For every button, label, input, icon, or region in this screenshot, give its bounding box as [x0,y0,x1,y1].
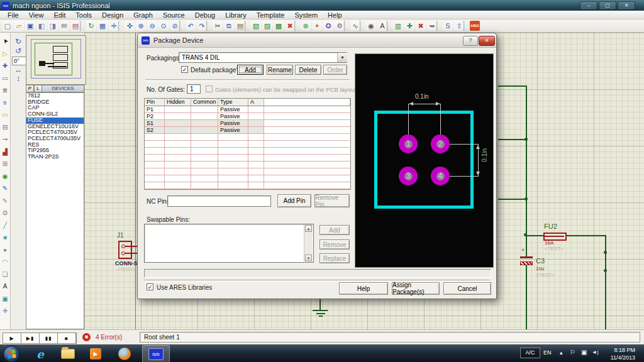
volume-icon[interactable]: ◄) [592,349,599,355]
pin-table-row[interactable] [145,175,350,182]
goto-sheet-icon[interactable]: ➥ [427,21,437,31]
action-center-icon[interactable]: ⚐ [570,349,575,356]
dialog-help-button[interactable]: ? [463,36,478,46]
pause-button[interactable]: ▮▮ [40,333,58,343]
play-button[interactable]: ▶ [3,333,21,343]
menu-item[interactable]: Design [97,11,128,19]
pick-parts-icon[interactable]: ⊕ [301,21,311,31]
add-pin-button[interactable]: Add Pin [277,194,311,207]
voltage-probe-tool-icon[interactable]: ✎ [1,184,10,193]
virtual-instruments-tool-icon[interactable]: ⊙ [1,208,10,217]
pin-table-row[interactable] [145,162,350,168]
step-button[interactable]: ▶▮ [21,333,40,343]
remove-pin-button[interactable]: Remove Pin [314,194,350,207]
pin-table-row[interactable] [145,141,350,148]
network-icon[interactable]: ▣ [581,349,587,356]
2d-text-tool-icon[interactable]: A [1,282,10,291]
menu-item[interactable]: Tools [70,11,97,19]
pin-table-row[interactable]: S1 Passive [145,120,350,127]
device-list-item[interactable]: TRAN-2P2S [26,154,84,160]
design-explorer-icon[interactable]: ▥ [393,21,403,31]
property-assignment-icon[interactable]: A [377,21,387,31]
block-move-icon[interactable]: ▨ [262,21,272,31]
paste-icon[interactable]: ▤ [235,21,245,31]
2d-path-tool-icon[interactable]: ❏ [1,270,10,279]
scroll-up-icon[interactable]: ▲ [305,225,312,232]
capacitor-c3[interactable] [520,256,533,258]
capacitor-c3-plate[interactable] [520,261,533,265]
origin-icon[interactable]: ✛ [109,21,119,31]
use-ares-checkbox[interactable]: ✓ [147,283,153,290]
swap-remove-button[interactable]: Remove [319,239,350,250]
taskbar-media-player-button[interactable]: ▶ [83,345,108,362]
tape-recorder-tool-icon[interactable]: ⊞ [1,159,10,168]
dialog-titlebar[interactable]: isis Package Device [138,33,496,48]
new-file-icon[interactable]: ▢ [3,21,13,31]
zoom-out-icon[interactable]: ⊖ [147,21,157,31]
language-box[interactable]: A/C [520,348,540,358]
help-button[interactable]: Help [339,282,388,295]
toolbar-separator[interactable]: ▏ [208,21,211,31]
textarea-scrollbar[interactable]: ▲ ▼ [304,225,313,261]
default-package-checkbox[interactable]: ✓ [181,66,188,73]
rotate-clockwise-icon[interactable]: ↻ [13,38,23,46]
add-package-button[interactable]: Add [237,65,264,75]
dialog-close-button[interactable]: ✕ [479,36,495,46]
packaging-tool-icon[interactable]: ✪ [323,21,333,31]
packagings-combobox[interactable]: TRANS 4 DIL [179,52,347,63]
zoom-area-icon[interactable]: ⊙ [158,21,169,31]
menu-item[interactable]: View [24,11,49,19]
wire-label-tool-icon[interactable]: ▭ [1,74,10,83]
toolbar-separator[interactable]: ▏ [465,21,469,31]
swap-add-button[interactable]: Add [319,225,350,235]
menu-item[interactable]: Source [158,11,190,19]
tray-clock[interactable]: 8:18 PM 11/4/2013 [602,346,635,361]
generator-tool-icon[interactable]: ◉ [1,172,10,181]
toolbar-separator[interactable]: ▏ [438,21,441,31]
device-pin-tool-icon[interactable]: ⊸ [1,134,10,144]
cut-icon[interactable]: ✂ [213,21,223,31]
taskbar-explorer-button[interactable] [55,345,80,362]
toolbar-separator[interactable]: ▏ [181,21,184,31]
terminal-tool-icon[interactable]: ⊟ [1,123,10,132]
export-section-icon[interactable]: ◨ [48,21,58,31]
pin-table-row[interactable]: P1 Passive [145,106,350,113]
search-tag-icon[interactable]: ◉ [366,21,376,31]
2d-circle-tool-icon[interactable]: ● [1,245,10,255]
2d-arc-tool-icon[interactable]: ◠ [1,257,10,266]
maximize-button[interactable]: ▢ [599,1,616,10]
ares-icon[interactable]: ARES [470,21,480,31]
tray-chevron-icon[interactable]: ▴ [560,349,563,356]
2d-box-tool-icon[interactable]: ■ [1,233,10,242]
pin-table-row[interactable] [145,168,350,175]
block-copy-icon[interactable]: ▧ [251,21,261,31]
taskbar-firefox-button[interactable] [112,345,137,362]
open-folder-icon[interactable]: ▱ [14,21,24,31]
print-icon[interactable]: ✉ [59,21,69,31]
junction-dot-tool-icon[interactable]: ✚ [1,61,10,70]
toolbar-separator[interactable]: ▏ [346,21,349,31]
mirror-vertical-icon[interactable]: ↕ [13,75,23,83]
nc-pins-input[interactable] [167,195,271,207]
decompose-icon[interactable]: ⚙ [335,21,345,31]
component-tool-icon[interactable]: ▷ [1,49,10,58]
cancel-button[interactable]: Cancel [443,282,491,295]
import-section-icon[interactable]: ◧ [36,21,47,31]
stop-button[interactable]: ■ [58,333,76,343]
2d-marker-tool-icon[interactable]: ✛ [1,306,10,315]
toolbar-separator[interactable]: ▏ [247,21,250,31]
rotation-angle-field[interactable]: 0° [12,57,26,65]
undo-icon[interactable]: ↶ [186,21,196,31]
subcircuit-tool-icon[interactable]: ▭ [1,110,10,119]
current-probe-tool-icon[interactable]: ✎ [1,196,10,206]
pin-table-row[interactable] [145,134,350,141]
delete-package-button[interactable]: Delete [295,65,321,75]
block-delete-icon[interactable]: ✖ [285,21,295,31]
scroll-down-icon[interactable]: ▼ [305,255,312,261]
assign-packages-button[interactable]: Assign Package(s) [392,282,440,295]
new-sheet-icon[interactable]: ✚ [404,21,414,31]
2d-symbol-tool-icon[interactable]: ▣ [1,294,10,304]
pan-icon[interactable]: ✜ [125,21,135,31]
toolbar-separator[interactable]: ▏ [82,21,85,31]
menu-item[interactable]: File [3,11,24,19]
